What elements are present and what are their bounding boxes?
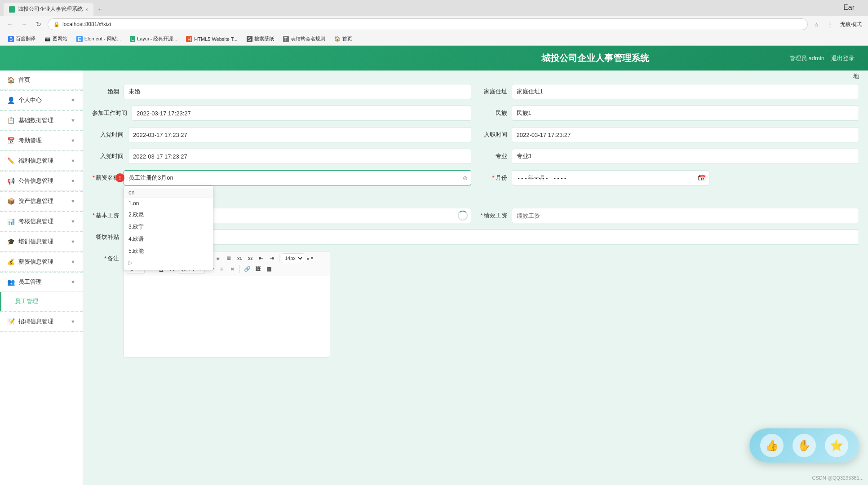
bookmark-icon: B: [8, 36, 14, 42]
sidebar-item-announcement[interactable]: 📢 公告信息管理 ▼: [0, 172, 83, 191]
image-button[interactable]: 🖼: [253, 264, 263, 274]
browser-right-icons: ☆ ⋮ 无痕模式: [811, 19, 864, 29]
bookmarks-bar: B 百度翻译 📷 图网站 E Element - 网站... L Layui -…: [0, 33, 868, 45]
new-tab-button[interactable]: +: [93, 3, 106, 15]
form-field-salary-name: 薪资名称 ! ⊘ on 1.on 2.欧尼: [92, 170, 471, 185]
form-row-salary-name: 薪资名称 ! ⊘ on 1.on 2.欧尼: [83, 170, 868, 185]
sidebar-item-welfare[interactable]: ✏️ 福利信息管理 ▼: [0, 151, 83, 171]
sidebar: 🏠 首页 👤 个人中心 ▼ 📋 基础数据管理 ▼ 📅 考勤管理 ▼ ✏️ 福利信…: [0, 71, 83, 485]
welfare-icon: ✏️: [7, 157, 15, 164]
basic-data-icon: 📋: [7, 117, 15, 124]
clear-icon[interactable]: ⊘: [463, 175, 468, 181]
bookmark-html5[interactable]: H HTML5 Website T...: [182, 35, 241, 43]
sidebar-item-basic-data[interactable]: 📋 基础数据管理 ▼: [0, 111, 83, 130]
sidebar-item-recruitment[interactable]: 📝 招聘信息管理 ▼: [0, 312, 83, 331]
superscript-button[interactable]: x2: [245, 253, 255, 263]
autocomplete-item-1[interactable]: 2.欧尼: [124, 209, 213, 221]
align-right-button[interactable]: ⇥: [267, 253, 277, 263]
sidebar-item-attendance[interactable]: 📅 考勤管理 ▼: [0, 131, 83, 150]
sidebar-item-salary[interactable]: 💰 薪资信息管理 ▼: [0, 252, 83, 272]
autocomplete-dropdown: on 1.on 2.欧尼 3.欧宇 4.欧语: [124, 185, 213, 270]
bookmark-star-icon[interactable]: ☆: [811, 19, 821, 29]
bookmark-label: Layui - 经典开源...: [137, 35, 177, 42]
form-field-join-party2: 入党时间: [92, 149, 471, 164]
csdn-text: CSDN @QQ3295381...: [812, 475, 864, 481]
subscript-button[interactable]: x1: [235, 253, 244, 263]
ethnicity-input[interactable]: [512, 106, 859, 121]
autocomplete-item-4[interactable]: 5.欧能: [124, 245, 213, 257]
back-button[interactable]: ←: [4, 19, 15, 30]
announcement-icon: 📢: [7, 177, 15, 185]
sidebar-item-employee-sub[interactable]: 员工管理: [0, 292, 83, 311]
bookmark-icon: H: [186, 36, 192, 42]
reload-button[interactable]: ↻: [33, 19, 44, 30]
browser-menu-icon[interactable]: ⋮: [825, 19, 835, 29]
forward-button[interactable]: →: [19, 19, 30, 30]
autocomplete-item-0[interactable]: 1.on: [124, 198, 213, 209]
sidebar-item-home[interactable]: 🏠 首页: [0, 71, 83, 90]
table-button[interactable]: ▦: [264, 264, 274, 274]
link-button[interactable]: 🔗: [242, 264, 252, 274]
ordered-list-button[interactable]: ≡: [213, 253, 223, 263]
bookmark-wallpaper[interactable]: S 搜索壁纸: [243, 35, 278, 43]
partial-top-row: 地: [83, 71, 868, 84]
join-company-input[interactable]: [512, 127, 859, 142]
sidebar-basic-data-label: 基础数据管理: [18, 116, 67, 124]
meal-subsidy-label: 餐饮补贴: [92, 233, 119, 241]
bookmark-icon: E: [76, 36, 82, 42]
star-icon: ⭐: [830, 439, 843, 452]
bookmark-icon: 🏠: [334, 36, 341, 42]
font-size-up-button[interactable]: ▲▼: [305, 253, 315, 263]
unordered-list-button[interactable]: ≣: [224, 253, 234, 263]
address-bar[interactable]: 🔒 localhost:8081/#/xizi: [48, 18, 808, 30]
font-size-select[interactable]: 14px 12px 16px 18px: [282, 253, 304, 263]
autocomplete-more[interactable]: ▷: [124, 257, 213, 268]
sidebar-item-assets[interactable]: 📦 资产信息管理 ▼: [0, 192, 83, 211]
remove-format-button[interactable]: ✕: [227, 264, 237, 274]
autocomplete-item-2[interactable]: 3.欧宇: [124, 221, 213, 233]
bookmark-home[interactable]: 🏠 首页: [331, 35, 356, 43]
follow-button[interactable]: ✋: [793, 434, 816, 457]
month-label: 月份: [480, 174, 507, 182]
bookmark-icon: T: [283, 36, 289, 42]
bookmark-baidu-translate[interactable]: B 百度翻译: [4, 35, 39, 43]
align-left-button[interactable]: ⇤: [256, 253, 266, 263]
sidebar-item-employee[interactable]: 👥 员工管理 ▼: [0, 273, 83, 292]
training-icon: 🎓: [7, 238, 15, 245]
bookmark-layui[interactable]: L Layui - 经典开源...: [126, 35, 181, 43]
sidebar-item-assessment[interactable]: 📊 考核信息管理 ▼: [0, 212, 83, 231]
bookmark-image-site[interactable]: 📷 图网站: [41, 35, 71, 43]
month-input[interactable]: [512, 170, 709, 185]
text-align-button[interactable]: ≡: [217, 264, 226, 274]
join-party-input2[interactable]: [128, 149, 471, 164]
browser-chrome: 城投公司企业人事管理系统 × + ← → ↻ 🔒 localhost:8081/…: [0, 0, 868, 46]
content-area: 地 婚姻 家庭住址 参加工作时间 民族: [83, 71, 868, 485]
sidebar-item-training[interactable]: 🎓 培训信息管理 ▼: [0, 232, 83, 251]
join-work-input[interactable]: [132, 106, 471, 121]
autocomplete-item-3[interactable]: 4.欧语: [124, 233, 213, 245]
major-input[interactable]: [512, 149, 859, 164]
marriage-input[interactable]: [124, 84, 471, 99]
bookmark-table-naming[interactable]: T 表结构命名规则: [279, 35, 329, 43]
salary-name-container: ! ⊘ on 1.on 2.欧尼 3.欧宇: [124, 170, 471, 185]
no-translate-label: 无痕模式: [838, 21, 864, 28]
star-button[interactable]: ⭐: [825, 434, 848, 457]
ear-label: Ear: [843, 4, 855, 12]
autocomplete-header: on: [124, 188, 213, 198]
sidebar-item-personal[interactable]: 👤 个人中心 ▼: [0, 91, 83, 110]
browser-tab[interactable]: 城投公司企业人事管理系统 ×: [4, 3, 93, 16]
meal-subsidy-input[interactable]: [124, 229, 859, 245]
chevron-down-icon-5: ▼: [71, 178, 75, 184]
autocomplete-label-2: 3.欧宇: [128, 223, 144, 231]
bookmark-label: 表结构命名规则: [291, 35, 325, 42]
salary-name-input[interactable]: [124, 170, 471, 185]
bookmark-element[interactable]: E Element - 网站...: [73, 35, 124, 43]
performance-wage-input[interactable]: [512, 208, 859, 223]
like-button[interactable]: 👍: [760, 434, 784, 457]
join-party-input[interactable]: [128, 127, 471, 142]
tab-close-button[interactable]: ×: [85, 7, 88, 12]
home-address-input[interactable]: [512, 84, 859, 99]
editor-content[interactable]: [124, 276, 330, 357]
join-company-label: 入职时间: [480, 131, 507, 139]
logout-button[interactable]: 退出登录: [831, 54, 855, 62]
